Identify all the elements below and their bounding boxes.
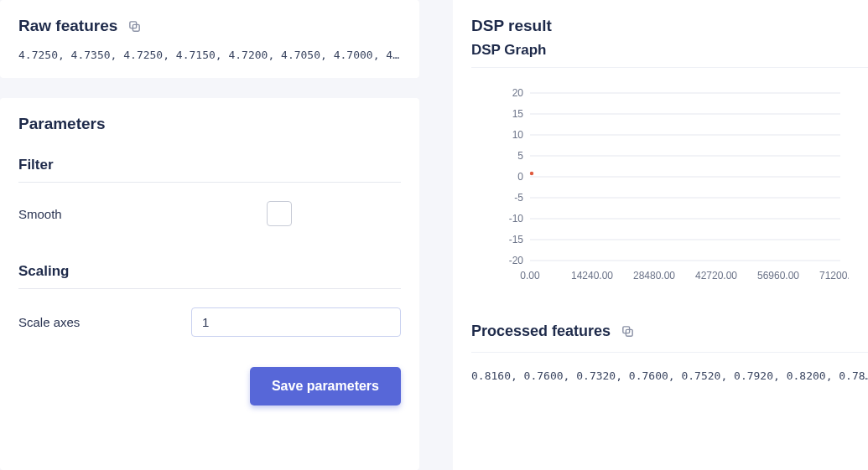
svg-text:-15: -15 (509, 234, 524, 245)
smooth-label: Smooth (18, 207, 62, 221)
scaling-section: Scaling Scale axes (18, 253, 401, 355)
parameters-title-text: Parameters (18, 115, 106, 133)
scale-axes-row: Scale axes (18, 289, 401, 355)
parameters-card: Parameters Filter Smooth Scaling Scale a… (0, 98, 419, 470)
svg-text:56960.00: 56960.00 (757, 270, 799, 281)
dsp-chart: 20151050-5-10-15-200.0014240.0028480.004… (471, 80, 868, 286)
scale-axes-label: Scale axes (18, 315, 80, 329)
smooth-checkbox[interactable] (267, 201, 292, 226)
parameters-title: Parameters (18, 115, 401, 133)
svg-text:20: 20 (512, 87, 524, 99)
svg-text:-5: -5 (514, 192, 523, 204)
svg-text:0: 0 (517, 171, 523, 183)
dsp-graph-title: DSP Graph (471, 42, 868, 68)
processed-features-title: Processed features (471, 323, 868, 353)
filter-heading: Filter (18, 147, 401, 183)
svg-text:-10: -10 (509, 213, 524, 225)
svg-text:0.00: 0.00 (520, 270, 540, 281)
parameters-actions: Save parameters (18, 367, 401, 405)
svg-text:10: 10 (512, 129, 524, 141)
svg-text:14240.00: 14240.00 (571, 270, 613, 281)
dsp-result-card: DSP result DSP Graph 20151050-5-10-15-20… (453, 0, 868, 470)
raw-features-card: Raw features 4.7250, 4.7350, 4.7250, 4.7… (0, 0, 419, 78)
processed-features-block: Processed features 0.8160, 0.7600, 0.732… (471, 323, 868, 382)
svg-text:15: 15 (512, 108, 524, 120)
dsp-chart-svg: 20151050-5-10-15-200.0014240.0028480.004… (471, 85, 849, 286)
processed-features-values: 0.8160, 0.7600, 0.7320, 0.7600, 0.7520, … (471, 369, 868, 382)
svg-text:28480.00: 28480.00 (633, 270, 675, 281)
filter-section: Filter Smooth (18, 147, 401, 245)
raw-features-title-text: Raw features (18, 17, 117, 35)
smooth-row: Smooth (18, 183, 401, 245)
svg-text:-20: -20 (509, 255, 524, 266)
processed-features-title-text: Processed features (471, 323, 611, 340)
save-parameters-button[interactable]: Save parameters (250, 367, 401, 405)
svg-text:5: 5 (517, 150, 523, 162)
dsp-result-title-text: DSP result (471, 17, 552, 35)
svg-text:42720.00: 42720.00 (695, 270, 737, 281)
raw-features-title: Raw features (18, 17, 401, 35)
copy-icon[interactable] (127, 19, 142, 34)
raw-features-values: 4.7250, 4.7350, 4.7250, 4.7150, 4.7200, … (18, 49, 401, 61)
copy-icon[interactable] (621, 324, 635, 338)
scale-axes-input[interactable] (191, 307, 401, 337)
scaling-heading: Scaling (18, 253, 401, 289)
dsp-result-title: DSP result (471, 17, 868, 35)
svg-text:71200.00: 71200.00 (819, 270, 849, 281)
svg-point-26 (530, 172, 533, 175)
